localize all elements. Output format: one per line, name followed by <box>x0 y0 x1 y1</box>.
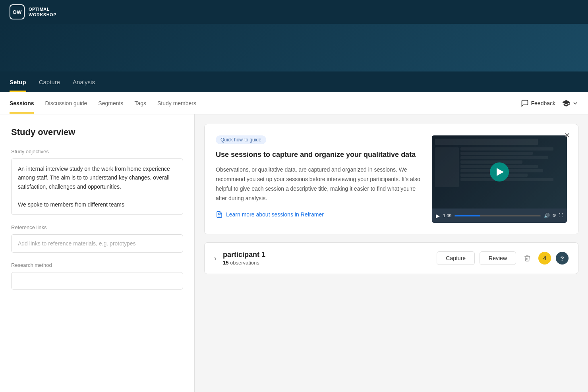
subtab-discussion-guide[interactable]: Discussion guide <box>45 93 87 114</box>
expand-chevron[interactable]: › <box>214 254 217 263</box>
sub-tabs-bar: Sessions Discussion guide Segments Tags … <box>0 92 588 114</box>
how-to-title: Use sessions to capture and organize you… <box>216 150 422 160</box>
play-icon <box>497 168 504 176</box>
objectives-label: Study objectives <box>11 149 183 154</box>
how-to-guide-card: Quick how-to guide Use sessions to captu… <box>204 124 578 234</box>
video-screen <box>432 135 567 209</box>
play-button[interactable] <box>490 162 509 182</box>
video-controls: ▶ 1:09 🔊 ⚙ ⛶ <box>432 209 567 223</box>
content-area: Study overview Study objectives An inter… <box>0 114 588 392</box>
right-panel: Quick how-to guide Use sessions to captu… <box>195 114 588 392</box>
volume-icon[interactable]: 🔊 <box>544 213 550 218</box>
close-button[interactable]: ✕ <box>562 131 572 140</box>
study-overview-title: Study overview <box>11 127 183 137</box>
review-button[interactable]: Review <box>480 251 516 265</box>
reference-links-label: Reference links <box>11 224 183 230</box>
subtab-sessions[interactable]: Sessions <box>10 93 34 114</box>
subtab-tags[interactable]: Tags <box>134 93 146 114</box>
sub-tabs-right: Feedback <box>521 99 578 108</box>
how-to-description: Observations, or qualitative data, are c… <box>216 165 422 203</box>
participant-name: participant 1 <box>223 251 430 259</box>
top-bar: OW OPTIMAL WORKSHOP <box>0 0 588 24</box>
capture-button[interactable]: Capture <box>437 251 475 265</box>
chevron-down-icon <box>572 100 578 106</box>
video-progress-fill <box>455 215 480 216</box>
objectives-text[interactable]: An internal interview study on the work … <box>11 158 183 215</box>
feedback-button[interactable]: Feedback <box>521 99 555 107</box>
research-method-input[interactable] <box>11 272 183 290</box>
video-progress-bar[interactable] <box>455 215 541 216</box>
reference-links-section: Reference links Add links to reference m… <box>11 224 183 253</box>
subtab-segments[interactable]: Segments <box>98 93 123 114</box>
subtab-study-members[interactable]: Study members <box>157 93 196 114</box>
sub-tabs: Sessions Discussion guide Segments Tags … <box>10 92 521 114</box>
video-time: 1:09 <box>443 213 451 218</box>
participant-card: › participant 1 15 observations Capture … <box>204 242 578 274</box>
main-tabs: Setup Capture Analysis <box>0 71 588 92</box>
graduation-button[interactable] <box>562 99 578 108</box>
tab-analysis[interactable]: Analysis <box>73 72 95 92</box>
document-icon <box>216 211 223 218</box>
research-method-label: Research method <box>11 262 183 268</box>
help-button[interactable]: ? <box>556 252 569 265</box>
participant-info: participant 1 15 observations <box>223 251 430 266</box>
tab-capture[interactable]: Capture <box>39 72 60 92</box>
research-method-section: Research method <box>11 262 183 290</box>
left-panel: Study overview Study objectives An inter… <box>0 114 195 392</box>
notification-badge[interactable]: 4 <box>538 252 551 265</box>
quick-badge: Quick how-to guide <box>216 135 266 144</box>
logo-icon: OW <box>10 4 25 19</box>
logo[interactable]: OW OPTIMAL WORKSHOP <box>10 4 56 19</box>
delete-button[interactable] <box>521 252 534 265</box>
settings-icon[interactable]: ⚙ <box>552 213 556 218</box>
learn-more-link[interactable]: Learn more about sessions in Reframer <box>216 211 422 218</box>
reference-links-input[interactable]: Add links to reference materials, e.g. p… <box>11 234 183 253</box>
participant-actions: Capture Review 4 ? <box>437 251 569 265</box>
brand-name: OPTIMAL WORKSHOP <box>29 6 56 18</box>
video-thumbnail[interactable]: ▶ 1:09 🔊 ⚙ ⛶ <box>432 135 567 223</box>
tab-setup[interactable]: Setup <box>10 72 26 92</box>
graduation-cap-icon <box>562 99 571 108</box>
fullscreen-icon[interactable]: ⛶ <box>559 213 563 218</box>
hero-banner <box>0 24 588 71</box>
objectives-section: Study objectives An internal interview s… <box>11 149 183 215</box>
video-ctrl-icons: 🔊 ⚙ ⛶ <box>544 213 563 218</box>
how-to-content: Quick how-to guide Use sessions to captu… <box>216 135 422 223</box>
feedback-icon <box>521 99 529 107</box>
participant-observations: 15 observations <box>223 260 430 266</box>
